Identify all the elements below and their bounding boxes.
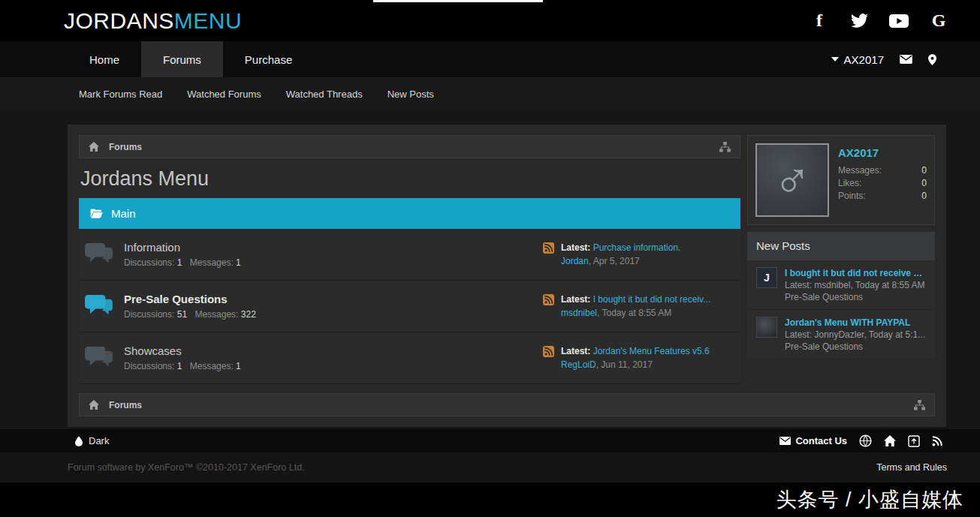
rss-icon[interactable] bbox=[543, 242, 554, 268]
inbox-icon[interactable] bbox=[900, 55, 912, 64]
comments-icon bbox=[85, 347, 113, 369]
subnav-mark-forums-read[interactable]: Mark Forums Read bbox=[79, 89, 162, 100]
forum-node-body: Showcases Discussions: 1 Messages: 1 bbox=[124, 344, 543, 371]
watermark-text: 头条号 / 小盛自媒体 bbox=[776, 486, 963, 513]
new-posts-widget: New Posts J I bought it but did not rece… bbox=[747, 232, 935, 359]
messages-count: 1 bbox=[236, 361, 241, 371]
contact-us-label: Contact Us bbox=[795, 435, 847, 446]
latest-user-link[interactable]: RegLoiD bbox=[561, 359, 596, 370]
home-icon[interactable] bbox=[89, 400, 99, 410]
visitor-info: AX2017 Messages: 0 Likes: 0 Points: bbox=[838, 143, 927, 217]
account-name: AX2017 bbox=[844, 53, 884, 66]
messages-label: Messages: bbox=[190, 257, 234, 268]
account-menu[interactable]: AX2017 bbox=[831, 53, 884, 66]
footer-links: Contact Us bbox=[779, 434, 942, 447]
discussions-label: Discussions: bbox=[124, 257, 174, 268]
footer-home-icon[interactable] bbox=[884, 435, 896, 446]
scroll-top-icon[interactable] bbox=[908, 435, 920, 447]
category-title: Main bbox=[111, 207, 136, 220]
facebook-icon[interactable]: f bbox=[810, 11, 829, 31]
envelope-icon bbox=[779, 437, 791, 445]
latest-date: , Today at 8:55 AM bbox=[597, 308, 671, 318]
new-post-thread-link[interactable]: I bought it but did not receive my ... bbox=[785, 267, 926, 279]
nav-account-area: AX2017 bbox=[831, 41, 936, 77]
subnav-watched-threads[interactable]: Watched Threads bbox=[286, 89, 363, 100]
new-post-body: Jordan's Menu WITH PAYPAL Latest: JonnyD… bbox=[785, 317, 925, 353]
youtube-icon[interactable] bbox=[889, 11, 909, 31]
style-chooser-button[interactable]: Dark bbox=[75, 435, 109, 446]
username-link[interactable]: AX2017 bbox=[838, 146, 927, 159]
latest-thread-link[interactable]: I bought it but did not receiv... bbox=[593, 294, 711, 305]
screenshot-artifact bbox=[373, 0, 543, 2]
nav-tab-purchase[interactable]: Purchase bbox=[223, 41, 314, 77]
latest-post-block: Latest: Jordan's Menu Features v5.6 RegL… bbox=[543, 344, 740, 371]
stat-value: 0 bbox=[921, 190, 927, 203]
messages-count: 1 bbox=[236, 257, 241, 268]
latest-label: Latest: bbox=[561, 242, 590, 253]
home-icon[interactable] bbox=[89, 142, 99, 152]
site-header: JORDANSMENU f G bbox=[0, 0, 980, 41]
sidebar: ♂ AX2017 Messages: 0 Likes: 0 bbox=[747, 135, 935, 384]
new-post-forum: Pre-Sale Questions bbox=[785, 291, 926, 303]
latest-thread-link[interactable]: Jordan's Menu Features v5.6 bbox=[593, 346, 710, 356]
logo-text-accent: MENU bbox=[174, 8, 242, 33]
twitter-icon[interactable] bbox=[849, 11, 869, 31]
content-area: Forums Jordans Menu Main bbox=[0, 110, 980, 429]
copyright-text: Forum software by XenForo™ ©2010-2017 Xe… bbox=[68, 462, 305, 473]
comments-icon bbox=[85, 243, 113, 266]
breadcrumb-forums-link[interactable]: Forums bbox=[109, 142, 142, 152]
comments-icon bbox=[85, 295, 113, 317]
forum-node-list: Information Discussions: 1 Messages: 1 bbox=[79, 229, 740, 384]
stat-value: 0 bbox=[921, 164, 927, 177]
subnav-new-posts[interactable]: New Posts bbox=[387, 89, 434, 100]
style-chooser-label: Dark bbox=[89, 435, 109, 446]
avatar[interactable] bbox=[756, 317, 777, 338]
droplet-icon bbox=[75, 436, 83, 446]
latest-user-link[interactable]: Jordan bbox=[561, 256, 589, 266]
new-post-thread-link[interactable]: Jordan's Menu WITH PAYPAL bbox=[785, 317, 925, 329]
breadcrumb-forums-link[interactable]: Forums bbox=[109, 400, 142, 410]
location-icon[interactable] bbox=[928, 54, 936, 65]
forum-node-pre-sale-questions[interactable]: Pre-Sale Questions Discussions: 51 Messa… bbox=[79, 281, 740, 332]
forum-stats: Discussions: 1 Messages: 1 bbox=[124, 257, 543, 268]
sitemap-icon[interactable] bbox=[719, 142, 731, 152]
forum-node-showcases[interactable]: Showcases Discussions: 1 Messages: 1 bbox=[79, 332, 740, 384]
google-icon[interactable]: G bbox=[929, 11, 948, 31]
contact-us-link[interactable]: Contact Us bbox=[779, 435, 847, 446]
new-post-meta: Latest: msdnibel, Today at 8:55 AM bbox=[785, 279, 926, 291]
terms-link[interactable]: Terms and Rules bbox=[876, 462, 947, 473]
forum-node-body: Information Discussions: 1 Messages: 1 bbox=[124, 241, 543, 268]
footer-rss-icon[interactable] bbox=[932, 436, 942, 446]
stat-value: 0 bbox=[921, 177, 927, 190]
avatar[interactable]: ♂ bbox=[755, 143, 829, 217]
discussions-label: Discussions: bbox=[124, 361, 174, 371]
avatar[interactable]: J bbox=[756, 267, 777, 288]
new-post-item: Jordan's Menu WITH PAYPAL Latest: JonnyD… bbox=[747, 309, 935, 359]
nav-tab-forums[interactable]: Forums bbox=[141, 41, 223, 77]
visitor-panel: ♂ AX2017 Messages: 0 Likes: 0 bbox=[747, 135, 935, 225]
new-post-item: J I bought it but did not receive my ...… bbox=[747, 260, 935, 309]
stat-label: Points: bbox=[838, 190, 866, 203]
forum-title-link[interactable]: Showcases bbox=[124, 344, 182, 357]
forum-title-link[interactable]: Information bbox=[124, 241, 180, 254]
forum-node-body: Pre-Sale Questions Discussions: 51 Messa… bbox=[124, 293, 543, 320]
latest-post-text: Latest: Purchase information. Jordan, Ap… bbox=[561, 241, 680, 268]
messages-count: 322 bbox=[241, 309, 256, 320]
subnav-watched-forums[interactable]: Watched Forums bbox=[187, 89, 261, 100]
latest-user-link[interactable]: msdnibel bbox=[561, 308, 597, 318]
forum-node-information[interactable]: Information Discussions: 1 Messages: 1 bbox=[79, 229, 740, 281]
site-logo[interactable]: JORDANSMENU bbox=[64, 8, 242, 34]
rss-icon[interactable] bbox=[543, 294, 554, 320]
category-main-bar[interactable]: Main bbox=[79, 198, 740, 229]
forum-page: JORDANSMENU f G Home Forums Purchase AX2… bbox=[0, 0, 980, 517]
help-icon[interactable] bbox=[859, 434, 872, 447]
chevron-down-icon bbox=[831, 57, 839, 62]
forum-title-link[interactable]: Pre-Sale Questions bbox=[124, 293, 228, 305]
stat-row-points: Points: 0 bbox=[838, 190, 927, 203]
rss-icon[interactable] bbox=[543, 346, 554, 371]
nav-tab-home[interactable]: Home bbox=[68, 41, 141, 77]
latest-date: , Apr 5, 2017 bbox=[589, 256, 640, 266]
sitemap-icon[interactable] bbox=[914, 400, 925, 410]
latest-post-block: Latest: Purchase information. Jordan, Ap… bbox=[543, 241, 740, 268]
latest-thread-link[interactable]: Purchase information. bbox=[593, 242, 681, 253]
